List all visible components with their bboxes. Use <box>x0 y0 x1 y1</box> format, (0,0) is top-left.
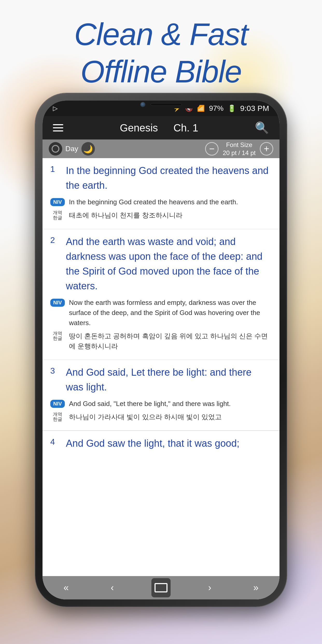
day-icon-ring <box>52 145 59 153</box>
notification-icon: ▷ <box>53 105 58 112</box>
prev-chapter-button[interactable]: ‹ <box>106 580 119 596</box>
verse-1-section: 1 In the beginning God created the heave… <box>43 158 279 229</box>
niv-badge-1: NIV <box>50 198 65 206</box>
verse-1-niv-row: NIV In the beginning God created the hea… <box>50 197 272 207</box>
verse-1-main-text: In the beginning God created the heavens… <box>66 163 272 193</box>
korean-badge-2: 개역 한글 <box>50 331 65 341</box>
verse-2-number: 2 <box>50 234 61 245</box>
font-decrease-button[interactable]: − <box>205 142 219 156</box>
app-header: Genesis Ch. 1 🔍 <box>43 116 279 139</box>
verse-2-korean-text: 땅이 혼돈하고 공허하며 흑암이 깊음 위에 있고 하나님의 신은 수면에 운행… <box>69 331 272 351</box>
verse-3-main-text: And God said, Let there be light: and th… <box>66 365 272 395</box>
verse-1-korean-text: 태초에 하나님이 천지를 창조하시니라 <box>69 210 183 220</box>
verse-2-translations: NIV Now the earth was formless and empty… <box>50 298 272 351</box>
korean-badge-3: 개역 한글 <box>50 412 65 422</box>
verse-1-korean-row: 개역 한글 태초에 하나님이 천지를 창조하시니라 <box>50 210 272 221</box>
chapters-view-button[interactable] <box>151 577 171 598</box>
verse-3-number: 3 <box>50 365 61 376</box>
hamburger-line-3 <box>53 130 63 131</box>
korean-badge-1: 개역 한글 <box>50 210 65 221</box>
verse-3-korean-row: 개역 한글 하나님이 가라사대 빛이 있으라 하시매 빛이 있었고 <box>50 412 272 422</box>
battery-percentage: 97% <box>209 104 223 113</box>
day-night-toggle[interactable]: Day 🌙 <box>49 142 95 156</box>
verse-4-section-partial: 4 And God saw the light, that it was goo… <box>43 431 279 460</box>
verse-1-number: 1 <box>50 163 61 174</box>
niv-badge-3: NIV <box>50 400 65 408</box>
verse-3-main: 3 And God said, Let there be light: and … <box>50 365 272 395</box>
night-icon-symbol: 🌙 <box>83 144 93 153</box>
verse-4-number: 4 <box>50 436 61 447</box>
battery-icon: 🔋 <box>228 104 236 113</box>
verse-2-main-text: And the earth was waste and void; and da… <box>66 234 272 293</box>
verse-1-translations: NIV In the beginning God created the hea… <box>50 197 272 221</box>
hamburger-line-2 <box>53 127 63 128</box>
tagline-line2: Offline Bible <box>81 54 242 89</box>
verse-2-main: 2 And the earth was waste and void; and … <box>50 234 272 293</box>
phone-mockup: ▷ ⚡ 🔇 📶 97% 🔋 9:03 PM <box>35 93 287 607</box>
phone-top-notch <box>122 101 200 108</box>
status-time: 9:03 PM <box>240 104 269 113</box>
phone-camera <box>140 102 145 107</box>
last-chapter-button[interactable]: » <box>248 580 264 596</box>
day-label: Day <box>65 145 78 153</box>
status-bar-left: ▷ <box>53 105 58 112</box>
hamburger-line-1 <box>53 124 63 125</box>
menu-button[interactable] <box>53 124 63 131</box>
app-tagline: Clean & Fast Offline Bible <box>0 16 322 90</box>
verse-3-translations: NIV And God said, "Let there be light," … <box>50 399 272 422</box>
day-mode-icon <box>49 142 62 156</box>
chapter-label[interactable]: Ch. 1 <box>173 122 198 134</box>
verse-2-niv-text: Now the earth was formless and empty, da… <box>69 298 272 328</box>
verse-3-niv-text: And God said, "Let there be light," and … <box>69 399 231 409</box>
font-increase-button[interactable]: + <box>260 142 273 156</box>
verse-3-section: 3 And God said, Let there be light: and … <box>43 360 279 431</box>
bible-content: 1 In the beginning God created the heave… <box>43 158 279 576</box>
verse-4-main: 4 And God saw the light, that it was goo… <box>50 436 272 451</box>
chapters-grid-icon <box>155 583 167 592</box>
verse-2-korean-row: 개역 한글 땅이 혼돈하고 공허하며 흑암이 깊음 위에 있고 하나님의 신은 … <box>50 331 272 351</box>
verse-2-niv-row: NIV Now the earth was formless and empty… <box>50 298 272 328</box>
verse-2-section: 2 And the earth was waste and void; and … <box>43 229 279 360</box>
verse-3-korean-text: 하나님이 가라사대 빛이 있으라 하시매 빛이 있었고 <box>69 412 222 422</box>
verse-3-niv-row: NIV And God said, "Let there be light," … <box>50 399 272 409</box>
font-size-display: Font Size 20 pt / 14 pt <box>223 141 256 157</box>
book-title[interactable]: Genesis <box>120 122 158 134</box>
night-mode-icon[interactable]: 🌙 <box>81 142 95 156</box>
search-button[interactable]: 🔍 <box>255 121 269 135</box>
font-size-controls: − Font Size 20 pt / 14 pt + <box>205 141 273 157</box>
first-chapter-button[interactable]: « <box>58 580 74 596</box>
verse-1-niv-text: In the beginning God created the heavens… <box>69 197 238 207</box>
niv-badge-2: NIV <box>50 299 65 307</box>
bottom-nav: « ‹ › » <box>43 576 279 599</box>
phone-screen: ▷ ⚡ 🔇 📶 97% 🔋 9:03 PM <box>43 101 279 599</box>
next-chapter-button[interactable]: › <box>203 580 216 596</box>
verse-4-main-text: And God saw the light, that it was good; <box>66 436 240 451</box>
tagline-line1: Clean & Fast <box>74 17 248 52</box>
controls-bar: Day 🌙 − Font Size 20 pt / 14 pt + <box>43 139 279 158</box>
verse-1-main: 1 In the beginning God created the heave… <box>50 163 272 193</box>
phone-body: ▷ ⚡ 🔇 📶 97% 🔋 9:03 PM <box>35 93 287 607</box>
phone-speaker <box>151 103 182 106</box>
